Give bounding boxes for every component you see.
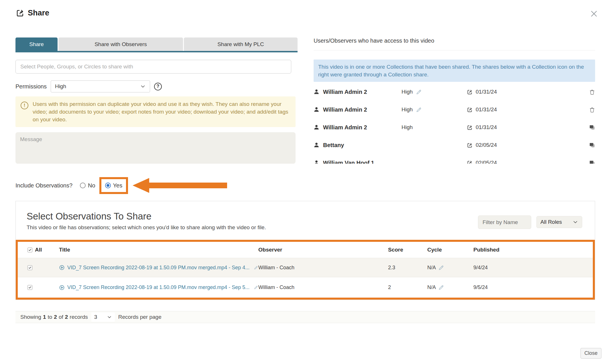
per-page-value: 3 bbox=[94, 314, 97, 320]
access-permission: High bbox=[402, 89, 413, 95]
tab-share-with-observers[interactable]: Share with Observers bbox=[58, 37, 183, 51]
share-date: 01/31/24 bbox=[476, 124, 497, 130]
radio-yes-circle[interactable] bbox=[105, 183, 111, 188]
col-observer: Observer bbox=[258, 247, 388, 253]
cycle-cell: N/A bbox=[427, 284, 436, 290]
permissions-value: High bbox=[55, 83, 66, 90]
edit-cycle-icon[interactable] bbox=[438, 265, 444, 271]
access-row: William Admin 2 High 01/31/24 bbox=[314, 118, 595, 136]
pagination-text: to bbox=[48, 314, 52, 320]
include-observations-row: Include Observations? No Yes bbox=[15, 175, 298, 196]
user-icon bbox=[314, 89, 319, 95]
recipient-search-input[interactable] bbox=[15, 60, 291, 74]
observation-title-link[interactable]: VID_7 Screen Recording 2022-08-19 at 1.5… bbox=[67, 265, 249, 271]
share-date: 01/31/24 bbox=[476, 89, 497, 95]
check-icon bbox=[28, 286, 32, 289]
share-icon bbox=[16, 9, 25, 17]
col-title: Title bbox=[59, 247, 258, 253]
play-icon bbox=[59, 285, 65, 290]
pagination-to: 2 bbox=[54, 314, 57, 320]
collection-share-info: This video is in one or more Collections… bbox=[314, 60, 595, 82]
include-observations-label: Include Observations? bbox=[15, 182, 72, 189]
access-row: William Admin 2 High 01/31/24 bbox=[314, 101, 595, 118]
permissions-label: Permissions bbox=[15, 83, 47, 90]
pagination-bar: Showing 1 to 2 of 2 records 3 Records pe… bbox=[15, 311, 595, 323]
collection-icon bbox=[589, 124, 595, 130]
published-cell: 9/4/24 bbox=[473, 265, 593, 271]
row-checkbox[interactable] bbox=[27, 285, 32, 290]
share-icon bbox=[467, 124, 473, 130]
user-icon bbox=[314, 160, 319, 164]
radio-no-circle[interactable] bbox=[80, 183, 86, 188]
edit-title-icon[interactable] bbox=[254, 284, 258, 290]
tab-share-with-my-plc[interactable]: Share with My PLC bbox=[184, 37, 298, 51]
observation-title-link[interactable]: VID_7 Screen Recording 2022-08-19 at 1.5… bbox=[67, 284, 249, 290]
help-glyph: ? bbox=[157, 84, 160, 89]
share-icon bbox=[467, 160, 473, 164]
access-user-name: William Admin 2 bbox=[323, 124, 367, 131]
edit-cycle-icon[interactable] bbox=[438, 284, 444, 290]
access-panel: Users/Observers who have access to this … bbox=[314, 37, 595, 164]
tab-plc-label: Share with My PLC bbox=[217, 41, 264, 48]
trash-icon[interactable] bbox=[589, 107, 595, 113]
share-icon bbox=[467, 142, 473, 148]
cycle-cell: N/A bbox=[427, 265, 436, 271]
access-permission: High bbox=[402, 124, 413, 130]
play-icon bbox=[59, 265, 65, 270]
radio-yes-label: Yes bbox=[113, 182, 123, 189]
warning-text: Users with this permission can duplicate… bbox=[33, 100, 290, 123]
close-button[interactable]: Close bbox=[581, 348, 601, 359]
tab-observers-label: Share with Observers bbox=[95, 41, 147, 48]
warning-icon: ! bbox=[21, 102, 28, 109]
permissions-row: Permissions High ? bbox=[15, 80, 298, 92]
permissions-select[interactable]: High bbox=[51, 80, 150, 92]
access-user-name: William Admin 2 bbox=[323, 89, 367, 95]
col-published: Published bbox=[473, 247, 593, 253]
collection-icon bbox=[589, 142, 595, 148]
score-cell: 2 bbox=[388, 284, 427, 290]
tab-share[interactable]: Share bbox=[15, 37, 58, 51]
pagination-text: of bbox=[59, 314, 63, 320]
filter-by-name-input[interactable] bbox=[478, 215, 531, 229]
radio-yes[interactable]: Yes bbox=[105, 182, 123, 189]
radio-no[interactable]: No bbox=[80, 182, 95, 189]
row-checkbox[interactable] bbox=[27, 265, 32, 270]
observations-filters: All Roles bbox=[478, 215, 582, 229]
check-icon bbox=[28, 248, 32, 252]
roles-select[interactable]: All Roles bbox=[536, 216, 582, 228]
dialog-header: Share bbox=[16, 9, 49, 17]
chevron-down-icon bbox=[140, 84, 146, 89]
records-per-page-label: Records per page bbox=[118, 314, 162, 320]
pagination-text: records bbox=[70, 314, 88, 320]
observer-cell: William - Coach bbox=[258, 284, 388, 290]
select-observations-section: Select Observations To Share This video … bbox=[15, 201, 595, 300]
observations-table: All Title Observer Score Cycle Published… bbox=[16, 240, 595, 300]
close-button-label: Close bbox=[584, 350, 597, 356]
observer-cell: William - Coach bbox=[258, 265, 388, 271]
help-icon[interactable]: ? bbox=[154, 83, 162, 90]
pagination-from: 1 bbox=[43, 314, 46, 320]
trash-icon[interactable] bbox=[589, 89, 595, 95]
edit-title-icon[interactable] bbox=[254, 265, 258, 271]
score-cell: 2.3 bbox=[388, 265, 427, 271]
share-date: 02/05/24 bbox=[476, 142, 497, 148]
access-row: Bettany 02/05/24 bbox=[314, 136, 595, 154]
close-icon[interactable] bbox=[590, 10, 598, 18]
access-user-name: William Admin 2 bbox=[323, 106, 367, 113]
edit-permission-icon[interactable] bbox=[416, 107, 422, 113]
user-icon bbox=[314, 107, 319, 112]
tab-bar: Share Share with Observers Share with My… bbox=[15, 37, 298, 51]
observation-row: VID_7 Screen Recording 2022-08-19 at 1.5… bbox=[18, 277, 593, 298]
message-textarea[interactable] bbox=[15, 132, 296, 164]
access-user-name: Bettany bbox=[323, 142, 344, 149]
select-all-checkbox[interactable] bbox=[27, 248, 32, 252]
share-icon bbox=[467, 89, 473, 95]
chevron-down-icon bbox=[107, 314, 112, 320]
access-panel-title: Users/Observers who have access to this … bbox=[314, 37, 595, 44]
collection-icon bbox=[589, 160, 595, 164]
col-cycle: Cycle bbox=[427, 247, 473, 253]
roles-value: All Roles bbox=[540, 219, 562, 225]
edit-permission-icon[interactable] bbox=[416, 89, 422, 95]
records-per-page-select[interactable]: 3 bbox=[91, 312, 115, 322]
access-permission: High bbox=[402, 106, 413, 113]
